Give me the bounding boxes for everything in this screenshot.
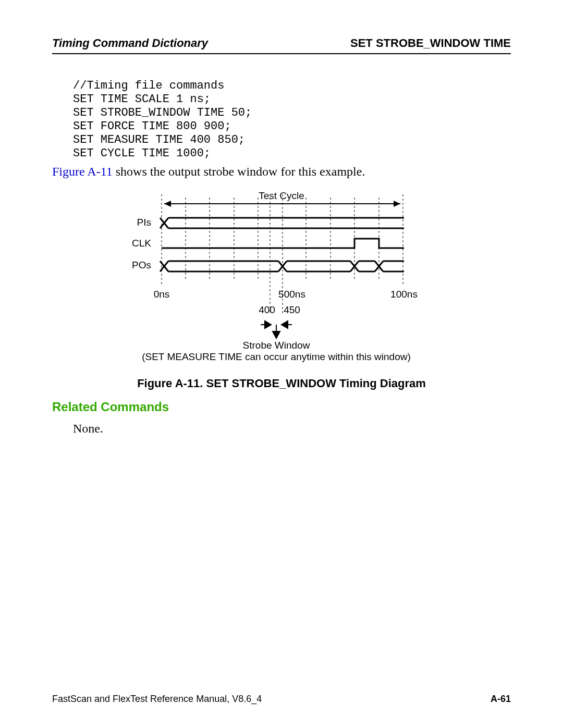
code-block: //Timing file commands SET TIME SCALE 1 … [73,79,511,161]
waveform-pos [160,261,404,272]
test-cycle-arrow [164,201,400,207]
value-450: 450 [284,304,300,315]
svg-marker-36 [265,321,271,328]
svg-marker-13 [164,201,171,207]
value-400: 400 [259,304,275,315]
svg-marker-14 [394,201,400,207]
figure-reference-paragraph: Figure A-11 shows the output strobe wind… [52,165,511,179]
footer-page-number: A-61 [491,694,511,705]
related-commands-none: None. [73,422,511,436]
page-footer: FastScan and FlexTest Reference Manual, … [52,694,511,705]
label-pos: POs [132,260,151,270]
label-clk: CLK [132,238,151,249]
paragraph-rest: shows the output strobe window for this … [113,165,365,178]
time-100ns: 100ns [390,289,418,300]
page: Timing Command Dictionary SET STROBE_WIN… [0,0,563,728]
test-cycle-label: Test Cycle [259,190,304,201]
label-pis: PIs [137,217,151,228]
time-500ns: 500ns [278,289,305,300]
svg-marker-38 [282,321,288,328]
header-left: Timing Command Dictionary [52,36,208,50]
waveform-pis [160,218,404,228]
timing-diagram: Test Cycle PIs CLK POs [52,189,511,366]
figure-caption: Figure A-11. SET STROBE_WINDOW Timing Di… [52,377,511,390]
footer-left: FastScan and FlexTest Reference Manual, … [52,694,262,705]
time-0ns: 0ns [154,289,170,300]
strobe-window-label: Strobe Window [243,340,310,351]
strobe-window-marker [261,321,292,338]
strobe-window-note: (SET MEASURE TIME can occur anytime with… [142,351,411,362]
page-header: Timing Command Dictionary SET STROBE_WIN… [52,36,511,54]
svg-marker-40 [273,331,280,338]
related-commands-heading: Related Commands [52,400,511,414]
header-right: SET STROBE_WINDOW TIME [350,36,511,50]
waveform-clk [162,239,404,248]
figure-link[interactable]: Figure A-11 [52,165,113,178]
